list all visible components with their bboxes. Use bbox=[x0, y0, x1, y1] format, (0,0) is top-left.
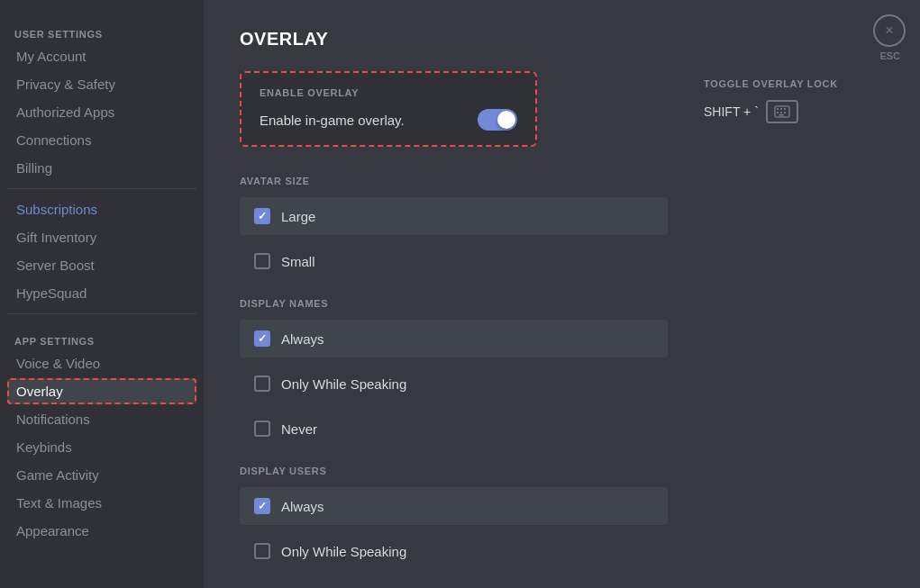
sidebar-item-label: Keybinds bbox=[16, 439, 72, 455]
sidebar-item-gift-inventory[interactable]: Gift Inventory bbox=[7, 224, 196, 250]
main-content: × ESC Overlay Enable Overlay Enable in-g… bbox=[204, 0, 920, 588]
sidebar-item-notifications[interactable]: Notifications bbox=[7, 406, 196, 432]
sidebar-item-label: Billing bbox=[16, 160, 52, 176]
sidebar-divider-1 bbox=[7, 188, 196, 189]
sidebar-item-label: Connections bbox=[16, 132, 91, 148]
avatar-size-small-label: Small bbox=[281, 254, 315, 269]
sidebar-item-label: Voice & Video bbox=[16, 356, 100, 371]
sidebar-item-label: Text & Images bbox=[16, 495, 102, 511]
avatar-size-small-option[interactable]: Small bbox=[240, 242, 668, 280]
svg-rect-1 bbox=[777, 108, 779, 110]
display-names-speaking-checkbox[interactable] bbox=[254, 375, 270, 392]
sidebar-item-billing[interactable]: Billing bbox=[7, 155, 196, 181]
toggle-overlay-lock-section: Toggle Overlay Lock SHIFT + ` bbox=[704, 71, 884, 123]
svg-rect-3 bbox=[784, 108, 786, 110]
avatar-size-large-option[interactable]: Large bbox=[240, 197, 668, 235]
sidebar-item-authorized-apps[interactable]: Authorized Apps bbox=[7, 99, 196, 125]
svg-rect-6 bbox=[784, 112, 786, 113]
sidebar-item-connections[interactable]: Connections bbox=[7, 127, 196, 153]
avatar-size-large-checkbox[interactable] bbox=[254, 208, 270, 224]
sidebar-item-server-boost[interactable]: Server Boost bbox=[7, 252, 196, 278]
display-names-never-option[interactable]: Never bbox=[240, 410, 668, 448]
display-names-always-option[interactable]: Always bbox=[240, 320, 668, 357]
keyboard-icon[interactable] bbox=[766, 100, 798, 123]
display-names-speaking-label: Only While Speaking bbox=[281, 376, 406, 392]
sidebar-item-label: Subscriptions bbox=[16, 202, 97, 217]
sidebar-item-my-account[interactable]: My Account bbox=[7, 43, 196, 69]
sidebar-item-game-activity[interactable]: Game Activity bbox=[7, 462, 196, 488]
display-names-always-checkbox[interactable] bbox=[254, 330, 270, 347]
key-combo: SHIFT + ` bbox=[704, 100, 884, 123]
app-settings-section-label: App Settings bbox=[7, 321, 196, 350]
enable-overlay-toggle[interactable] bbox=[478, 109, 517, 131]
user-settings-section-label: User Settings bbox=[7, 14, 196, 43]
display-users-speaking-option[interactable]: Only While Speaking bbox=[240, 532, 668, 570]
avatar-size-small-checkbox[interactable] bbox=[254, 253, 270, 269]
sidebar-item-label: Game Activity bbox=[16, 467, 99, 483]
sidebar-item-voice-video[interactable]: Voice & Video bbox=[7, 350, 196, 376]
enable-overlay-text: Enable in-game overlay. bbox=[260, 113, 405, 128]
sidebar-item-subscriptions[interactable]: Subscriptions bbox=[7, 196, 196, 222]
key-combo-text: SHIFT + ` bbox=[704, 104, 759, 119]
close-icon: × bbox=[885, 23, 893, 39]
avatar-size-large-label: Large bbox=[281, 209, 315, 224]
enable-overlay-box: Enable Overlay Enable in-game overlay. bbox=[240, 71, 537, 147]
display-users-speaking-label: Only While Speaking bbox=[281, 544, 406, 559]
display-users-always-label: Always bbox=[281, 499, 324, 514]
display-names-always-label: Always bbox=[281, 331, 324, 347]
sidebar-item-label: Authorized Apps bbox=[16, 104, 114, 120]
display-names-speaking-option[interactable]: Only While Speaking bbox=[240, 365, 668, 403]
sidebar-item-label: HypeSquad bbox=[16, 285, 87, 301]
sidebar: User Settings My Account Privacy & Safet… bbox=[0, 0, 204, 588]
esc-label: ESC bbox=[879, 50, 900, 61]
display-names-never-label: Never bbox=[281, 421, 317, 437]
sidebar-item-privacy-safety[interactable]: Privacy & Safety bbox=[7, 71, 196, 97]
sidebar-item-label: Privacy & Safety bbox=[16, 77, 115, 92]
display-users-always-checkbox[interactable] bbox=[254, 498, 270, 514]
sidebar-item-label: Appearance bbox=[16, 523, 89, 538]
svg-rect-7 bbox=[779, 114, 784, 116]
sidebar-item-label: Server Boost bbox=[16, 258, 95, 273]
display-names-header: Display Names bbox=[240, 298, 668, 309]
svg-rect-4 bbox=[777, 112, 779, 113]
enable-overlay-label: Enable Overlay bbox=[260, 87, 517, 98]
sidebar-item-overlay[interactable]: Overlay bbox=[7, 378, 196, 404]
display-users-header: Display Users bbox=[240, 466, 668, 476]
svg-rect-5 bbox=[780, 112, 782, 113]
toggle-overlay-lock-label: Toggle Overlay Lock bbox=[704, 78, 884, 89]
display-names-never-checkbox[interactable] bbox=[254, 421, 270, 437]
page-title: Overlay bbox=[240, 29, 884, 50]
enable-overlay-row: Enable in-game overlay. bbox=[260, 109, 517, 131]
sidebar-item-label: Overlay bbox=[16, 384, 63, 399]
svg-rect-2 bbox=[780, 108, 782, 110]
avatar-size-header: Avatar Size bbox=[240, 176, 668, 186]
sidebar-item-text-images[interactable]: Text & Images bbox=[7, 490, 196, 516]
sidebar-item-appearance[interactable]: Appearance bbox=[7, 518, 196, 544]
sidebar-divider-2 bbox=[7, 313, 196, 314]
sidebar-item-label: Gift Inventory bbox=[16, 230, 96, 245]
sidebar-item-keybinds[interactable]: Keybinds bbox=[7, 434, 196, 460]
sidebar-item-label: Notifications bbox=[16, 412, 90, 427]
close-button[interactable]: × bbox=[873, 14, 906, 47]
display-users-always-option[interactable]: Always bbox=[240, 487, 668, 525]
toggle-knob bbox=[497, 111, 515, 129]
sidebar-item-hypesquad[interactable]: HypeSquad bbox=[7, 280, 196, 306]
sidebar-item-label: My Account bbox=[16, 49, 87, 64]
display-users-speaking-checkbox[interactable] bbox=[254, 543, 270, 559]
